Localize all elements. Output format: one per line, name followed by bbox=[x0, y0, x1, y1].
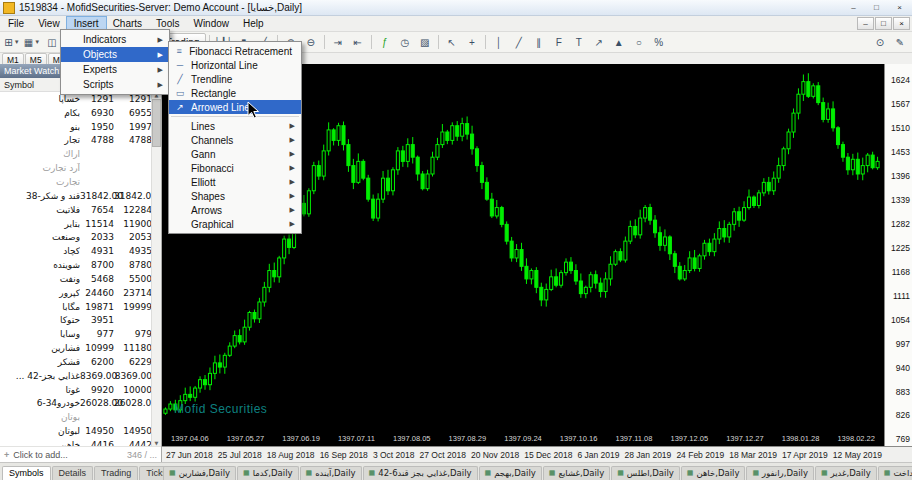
table-row[interactable]: فلاتيت765412284 bbox=[0, 203, 161, 217]
profiles-button[interactable]: ▦▼ bbox=[22, 33, 42, 51]
table-row[interactable]: كچاد49314935 bbox=[0, 244, 161, 258]
column-header-symbol[interactable]: Symbol bbox=[0, 80, 68, 90]
auto-scroll-button[interactable]: ⇥ bbox=[328, 33, 348, 51]
tab-symbols[interactable]: Symbols bbox=[2, 466, 51, 480]
objects-menu-item-rectangle[interactable]: ▭Rectangle bbox=[169, 86, 301, 100]
ellipse-tool-button[interactable]: ○ bbox=[629, 33, 649, 51]
table-row[interactable]: قشكر62006229 bbox=[0, 355, 161, 369]
ask-value: 19999 bbox=[114, 302, 156, 312]
channel-tool-button[interactable]: ∥ bbox=[529, 33, 549, 51]
maximize-button[interactable]: □ bbox=[867, 1, 886, 15]
table-row[interactable]: لبوتان1495014950 bbox=[0, 424, 161, 438]
chart-tab[interactable]: ▦رانفور,Daily bbox=[746, 466, 813, 480]
insert-menu: Indicators▶Objects▶Experts▶Scripts▶ bbox=[60, 29, 170, 95]
table-row[interactable]: حتوكا3951 bbox=[0, 314, 161, 328]
chart-minimize-button[interactable]: – bbox=[857, 17, 874, 30]
objects-menu-item-arrows[interactable]: Arrows▶ bbox=[169, 203, 301, 217]
zoom-out-button[interactable]: ⊖ bbox=[301, 33, 321, 51]
chart-tab[interactable]: ▦خاهن,Daily bbox=[681, 466, 746, 480]
market-watch-toggle-button[interactable]: ◫ bbox=[42, 33, 62, 51]
menu-file[interactable]: File bbox=[1, 17, 31, 30]
table-row[interactable]: خاهن44164442 bbox=[0, 438, 161, 446]
chart-tab[interactable]: ▦غدير,Daily bbox=[815, 466, 877, 480]
insert-menu-item-experts[interactable]: Experts▶ bbox=[61, 62, 169, 77]
vertical-line-tool-button[interactable]: │ bbox=[489, 33, 509, 51]
tab-details[interactable]: Details bbox=[52, 466, 94, 480]
insert-menu-item-indicators[interactable]: Indicators▶ bbox=[61, 32, 169, 47]
chart-shift-button[interactable]: ⇤ bbox=[348, 33, 368, 51]
symbol-name: ونفت bbox=[0, 274, 80, 284]
chart-tab[interactable]: ▦آينده,Daily bbox=[300, 466, 362, 480]
table-row[interactable]: وصنعت20332053 bbox=[0, 230, 161, 244]
trendline-tool-button[interactable]: ╱ bbox=[509, 33, 529, 51]
market-watch-scrollbar[interactable]: ▲▼ bbox=[151, 92, 161, 446]
objects-menu-item-shapes[interactable]: Shapes▶ bbox=[169, 189, 301, 203]
crosshair-tool-button[interactable]: + bbox=[462, 33, 482, 51]
minimize-button[interactable]: – bbox=[844, 1, 863, 15]
objects-menu-item-channels[interactable]: Channels▶ bbox=[169, 133, 301, 147]
cursor-tool-button[interactable]: ↖ bbox=[442, 33, 462, 51]
menu-window[interactable]: Window bbox=[186, 17, 236, 30]
scroll-down-icon[interactable]: ▼ bbox=[155, 440, 159, 446]
chart-tab[interactable]: ▦غذايي بجز قند6-42,Daily bbox=[363, 466, 478, 480]
tab-trading[interactable]: Trading bbox=[94, 466, 138, 480]
table-row[interactable]: فشارين1099911180 bbox=[0, 341, 161, 355]
close-button[interactable]: × bbox=[890, 1, 909, 15]
table-row[interactable]: ونفت54685500 bbox=[0, 272, 161, 286]
table-row[interactable]: تجارت bbox=[0, 175, 161, 189]
table-row[interactable]: بتاير1151411900 bbox=[0, 217, 161, 231]
text-tool-button[interactable]: T bbox=[569, 33, 589, 51]
chart-tab[interactable]: ▦فشارين,Daily bbox=[163, 466, 236, 480]
table-row[interactable]: كپرور2446023714 bbox=[0, 286, 161, 300]
table-row[interactable]: مگابا1987119999 bbox=[0, 300, 161, 314]
price-scale[interactable]: 1624156715101453139613391282122511681111… bbox=[884, 64, 912, 446]
chart-tab[interactable]: ▦پرداخت,Daily bbox=[878, 466, 912, 480]
bid-value: 19871 bbox=[80, 302, 114, 312]
table-row[interactable]: اراك bbox=[0, 147, 161, 161]
periods-button[interactable]: ◷ bbox=[395, 33, 415, 51]
objects-menu-item-lines[interactable]: Lines▶ bbox=[169, 119, 301, 133]
table-row[interactable]: بوتان bbox=[0, 410, 161, 424]
chart-tab[interactable]: ▦كدما,Daily bbox=[237, 466, 299, 480]
edit-pencil-button[interactable]: ✎ bbox=[890, 33, 910, 51]
objects-menu-item-arrowed-line[interactable]: ↗Arrowed Line bbox=[169, 100, 301, 114]
percent-tool-button[interactable]: % bbox=[649, 33, 669, 51]
date-axis[interactable]: 27 Jun 201825 Jul 201818 Aug 201816 Sep … bbox=[162, 446, 912, 463]
objects-menu-item-elliott[interactable]: Elliott▶ bbox=[169, 175, 301, 189]
arrow-tool-button[interactable]: ↗ bbox=[589, 33, 609, 51]
table-row[interactable]: وسايا977979 bbox=[0, 327, 161, 341]
insert-menu-item-objects[interactable]: Objects▶ bbox=[61, 47, 169, 62]
insert-menu-item-scripts[interactable]: Scripts▶ bbox=[61, 77, 169, 92]
table-row[interactable]: بنو19501997 bbox=[0, 120, 161, 134]
table-row[interactable]: غوتا992010000 bbox=[0, 383, 161, 397]
chart-tab[interactable]: ▦غشايع,Daily bbox=[543, 466, 610, 480]
chart-close-button[interactable]: × bbox=[893, 17, 910, 30]
table-row[interactable]: تجار47884788 bbox=[0, 134, 161, 148]
objects-menu-item-horizontal-line[interactable]: ─Horizontal Line bbox=[169, 58, 301, 72]
chart-restore-button[interactable]: □ bbox=[875, 17, 892, 30]
chart-tab[interactable]: ▦بهجم,Daily bbox=[479, 466, 542, 480]
indicators-button[interactable]: ƒ bbox=[375, 33, 395, 51]
add-symbol-row[interactable]: + Click to add... 346 / ... bbox=[0, 446, 161, 463]
table-row[interactable]: بكام69306955 bbox=[0, 106, 161, 120]
mdi-controls: – □ × bbox=[856, 17, 912, 30]
new-chart-button[interactable]: ⊞▼ bbox=[2, 33, 22, 51]
magnifier-button[interactable]: ⊙ bbox=[870, 33, 890, 51]
scrollbar-thumb[interactable] bbox=[152, 99, 161, 147]
chart-tab[interactable]: ▦اطلس,Daily bbox=[611, 466, 680, 480]
shapes-tool-button[interactable]: ▲ bbox=[609, 33, 629, 51]
objects-menu-item-gann[interactable]: Gann▶ bbox=[169, 147, 301, 161]
table-row[interactable]: شوينده87008780 bbox=[0, 258, 161, 272]
table-row[interactable]: آرد تجارت bbox=[0, 161, 161, 175]
objects-menu-item-fibonacci[interactable]: Fibonacci▶ bbox=[169, 161, 301, 175]
submenu-arrow-icon: ▶ bbox=[290, 122, 295, 130]
objects-menu-item-fibonacci-retracement[interactable]: ≡Fibonacci Retracement bbox=[169, 44, 301, 58]
objects-menu-item-trendline[interactable]: ╱Trendline bbox=[169, 72, 301, 86]
objects-menu-item-graphical[interactable]: Graphical▶ bbox=[169, 217, 301, 231]
table-row[interactable]: خودرو34-626028.0026028.00 bbox=[0, 397, 161, 411]
menu-help[interactable]: Help bbox=[236, 17, 271, 30]
table-row[interactable]: قند و شكر-3831842.0031842.00 bbox=[0, 189, 161, 203]
templates-button[interactable]: ▨ bbox=[415, 33, 435, 51]
table-row[interactable]: غذايي بجز-42 ...8369.008369.00 bbox=[0, 369, 161, 383]
fibonacci-tool-button[interactable]: F bbox=[549, 33, 569, 51]
